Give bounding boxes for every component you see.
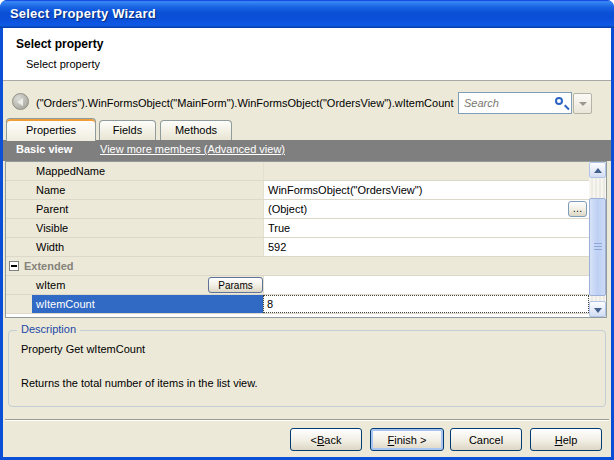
- collapse-minus-icon[interactable]: [9, 261, 19, 271]
- triangle-down-icon: [594, 308, 602, 313]
- wizard-header: Select property Select property: [3, 28, 611, 81]
- row-indent: [6, 238, 32, 256]
- property-value: [263, 162, 589, 180]
- page-subtitle: Select property: [26, 58, 100, 70]
- property-value: 592: [263, 238, 589, 256]
- chevron-down-icon: [579, 102, 587, 106]
- grid-row-visible[interactable]: Visible True: [6, 219, 589, 238]
- vertical-scrollbar[interactable]: [589, 162, 606, 317]
- view-mode-bar: Basic view View more members (Advanced v…: [3, 140, 611, 161]
- select-property-wizard-dialog: Select Property Wizard Select property S…: [0, 0, 614, 460]
- cancel-button[interactable]: Cancel: [450, 428, 522, 451]
- description-signature: Property Get wItemCount: [21, 343, 145, 355]
- scroll-down-button[interactable]: [589, 301, 606, 317]
- property-value: (Object): [263, 200, 589, 218]
- grid-row-name[interactable]: Name WinFormsObject("OrdersView"): [6, 181, 589, 200]
- tab-properties-label: Properties: [26, 124, 76, 136]
- grid-empty-area: [6, 314, 589, 317]
- grid-row-witemcount[interactable]: wItemCount 8: [6, 295, 589, 314]
- grid-row-width[interactable]: Width 592: [6, 238, 589, 257]
- group-header-label: Extended: [24, 260, 74, 272]
- search-placeholder: Search: [464, 97, 499, 109]
- row-indent: [6, 162, 32, 180]
- tab-properties[interactable]: Properties: [6, 118, 96, 141]
- grid-row-parent[interactable]: Parent (Object) …: [6, 200, 589, 219]
- back-nav-button[interactable]: <Back: [290, 428, 362, 451]
- tab-strip: Properties Fields Methods: [3, 118, 611, 141]
- advanced-view-link[interactable]: View more members (Advanced view): [100, 143, 285, 155]
- description-groupbox: Description Property Get wItemCount Retu…: [8, 330, 606, 407]
- property-value: [263, 276, 589, 294]
- scrollbar-thumb[interactable]: [589, 198, 606, 296]
- search-dropdown-button[interactable]: [573, 93, 592, 114]
- help-rest: elp: [563, 434, 578, 446]
- finish-rest: inish >: [394, 434, 426, 446]
- row-indent: [6, 200, 32, 218]
- row-indent: [6, 219, 32, 237]
- property-name: Name: [32, 181, 263, 199]
- description-text: Returns the total number of items in the…: [21, 377, 258, 389]
- ellipsis-button[interactable]: …: [568, 201, 587, 217]
- triangle-up-icon: [594, 168, 602, 173]
- tab-fields-label: Fields: [113, 124, 142, 136]
- back-nav-rest: ack: [324, 434, 341, 446]
- back-button[interactable]: [12, 93, 29, 110]
- property-value-text: (Object): [268, 203, 307, 215]
- search-icon[interactable]: [555, 97, 563, 105]
- row-indent: [6, 181, 32, 199]
- help-accesskey: H: [555, 434, 563, 446]
- params-button[interactable]: Params: [208, 277, 263, 293]
- row-indent: [6, 276, 32, 294]
- description-title: Description: [17, 323, 80, 335]
- footer-separator: [5, 419, 609, 421]
- page-title: Select property: [16, 37, 103, 51]
- property-name: MappedName: [32, 162, 263, 180]
- scroll-up-button[interactable]: [589, 162, 606, 178]
- tab-methods-label: Methods: [175, 124, 217, 136]
- property-value-editor[interactable]: 8: [263, 295, 589, 313]
- property-name: Width: [32, 238, 263, 256]
- row-indent: [6, 295, 32, 313]
- group-header-extended[interactable]: Extended: [6, 257, 589, 276]
- tab-fields[interactable]: Fields: [99, 120, 156, 141]
- tab-methods[interactable]: Methods: [160, 120, 232, 141]
- property-value: True: [263, 219, 589, 237]
- dialog-body: Select property Select property ("Orders…: [3, 28, 611, 457]
- help-button[interactable]: Help: [530, 428, 602, 451]
- view-mode-label: Basic view: [16, 143, 72, 155]
- title-bar[interactable]: Select Property Wizard: [0, 0, 614, 28]
- property-name: wItemCount: [32, 295, 263, 313]
- property-value: WinFormsObject("OrdersView"): [263, 181, 589, 199]
- window-title: Select Property Wizard: [10, 6, 156, 21]
- back-arrow-icon: [17, 98, 23, 106]
- object-path: ("Orders").WinFormsObject("MainForm").Wi…: [36, 97, 454, 109]
- property-grid: MappedName Name WinFormsObject("OrdersVi…: [5, 161, 607, 318]
- grid-row-mappedname[interactable]: MappedName: [6, 162, 589, 181]
- grid-row-witem[interactable]: wItem Params: [6, 276, 589, 295]
- search-input[interactable]: Search: [458, 92, 572, 114]
- property-name: Visible: [32, 219, 263, 237]
- finish-button[interactable]: Finish >: [370, 428, 444, 451]
- property-name: Parent: [32, 200, 263, 218]
